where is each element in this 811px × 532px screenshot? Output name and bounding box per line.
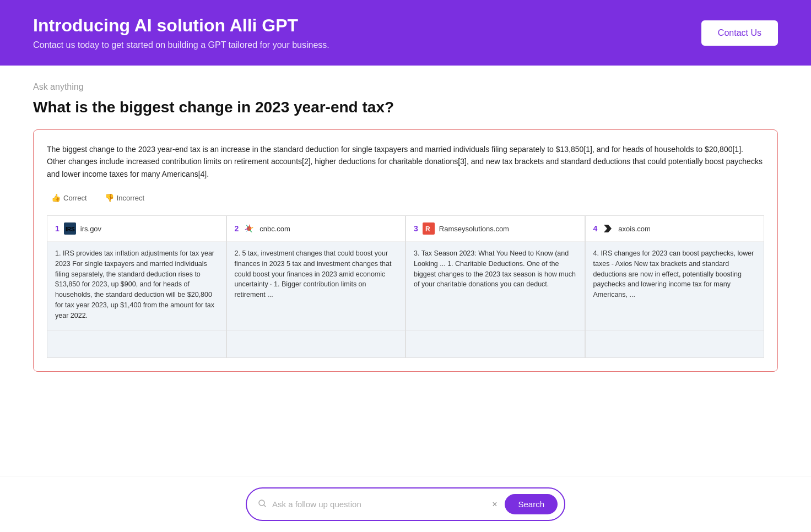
source-number-4: 4 [593, 224, 598, 233]
main-content: Ask anything What is the biggest change … [0, 66, 811, 526]
source-card-2: 2 cnbc.com [226, 215, 406, 358]
source-footer-1 [47, 330, 226, 357]
source-header-2: 2 cnbc.com [227, 216, 406, 242]
source-number-1: 1 [55, 224, 60, 233]
contact-us-button[interactable]: Contact Us [701, 20, 778, 46]
question-title: What is the biggest change in 2023 year-… [33, 99, 778, 116]
feedback-row: 👍 Correct 👎 Incorrect [47, 191, 764, 204]
header-banner: Introducing AI solution Alli GPT Contact… [0, 0, 811, 66]
svg-text:R: R [425, 225, 430, 233]
source-domain-1: irs.gov [80, 225, 101, 233]
incorrect-label: Incorrect [117, 194, 145, 202]
answer-text: The biggest change to the 2023 year-end … [47, 143, 764, 180]
source-header-1: 1 IRS irs.gov [47, 216, 226, 242]
source-footer-3 [406, 330, 585, 357]
source-footer-2 [227, 330, 406, 357]
source-number-3: 3 [414, 224, 418, 233]
correct-button[interactable]: 👍 Correct [47, 191, 91, 204]
source-content-4: 4. IRS changes for 2023 can boost payche… [586, 242, 764, 330]
source-domain-4: axois.com [618, 225, 651, 233]
source-domain-3: Ramseysolutions.com [439, 225, 509, 233]
search-submit-button[interactable]: Search [505, 494, 558, 514]
cnbc-logo-icon [243, 222, 255, 235]
header-subtitle: Contact us today to get started on build… [33, 40, 329, 50]
search-input[interactable] [272, 500, 484, 509]
header-title: Introducing AI solution Alli GPT [33, 15, 329, 36]
ramsey-logo-icon: R [423, 222, 435, 235]
answer-box: The biggest change to the 2023 year-end … [33, 129, 778, 372]
source-header-4: 4 axois.com [586, 216, 764, 242]
source-card-3: 3 R Ramseysolutions.com 3. Tax Season 20… [406, 215, 585, 358]
ask-anything-label: Ask anything [33, 82, 778, 92]
search-bar-container: × Search [0, 476, 811, 532]
source-content-3: 3. Tax Season 2023: What You Need to Kno… [406, 242, 585, 330]
source-content-2: 2. 5 tax, investment changes that could … [227, 242, 406, 330]
irs-logo-icon: IRS [64, 222, 76, 235]
source-number-2: 2 [235, 224, 239, 233]
header-text: Introducing AI solution Alli GPT Contact… [33, 15, 329, 50]
source-card-4: 4 axois.com 4. IRS changes for 2023 can … [585, 215, 765, 358]
source-content-1: 1. IRS provides tax inflation adjustment… [47, 242, 226, 330]
incorrect-button[interactable]: 👎 Incorrect [100, 191, 149, 204]
search-bar: × Search [246, 487, 565, 521]
search-icon [258, 499, 267, 510]
sources-grid: 1 IRS irs.gov 1. IRS provides tax inflat… [47, 215, 764, 358]
source-header-3: 3 R Ramseysolutions.com [406, 216, 585, 242]
source-card-1: 1 IRS irs.gov 1. IRS provides tax inflat… [47, 215, 226, 358]
source-domain-2: cnbc.com [259, 225, 290, 233]
svg-text:IRS: IRS [66, 226, 75, 232]
correct-label: Correct [63, 194, 87, 202]
axios-logo-icon [602, 222, 614, 235]
source-footer-4 [586, 330, 764, 357]
thumbs-up-icon: 👍 [51, 193, 61, 202]
thumbs-down-icon: 👎 [105, 193, 114, 202]
clear-button[interactable]: × [490, 498, 499, 511]
